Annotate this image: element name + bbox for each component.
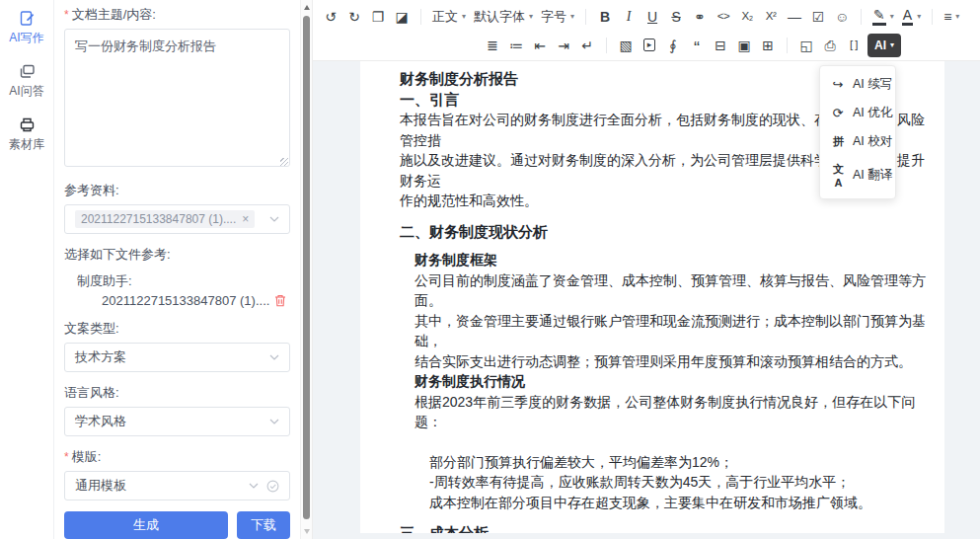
link-icon[interactable]: ⚭ bbox=[690, 5, 710, 29]
form-scrollbar[interactable] bbox=[300, 0, 313, 539]
undo-icon[interactable]: ↺ bbox=[321, 5, 340, 29]
italic-icon[interactable]: I bbox=[619, 5, 639, 29]
horizontal-rule-icon[interactable]: — bbox=[785, 5, 804, 29]
optimize-icon: ⟳ bbox=[830, 106, 846, 120]
outdent-icon[interactable]: ⇤ bbox=[530, 34, 550, 57]
generate-button[interactable]: 生成 bbox=[64, 511, 228, 539]
doc-heading: 三、成本分析 bbox=[400, 523, 935, 533]
reference-label: 参考资料: bbox=[64, 182, 290, 199]
bold-icon[interactable]: B bbox=[595, 5, 615, 29]
reference-tag: 2021122715133847807 (1).... × bbox=[75, 210, 255, 228]
bullet-list-icon[interactable]: ≣ bbox=[483, 34, 502, 57]
task-list-icon[interactable]: ☑ bbox=[808, 5, 828, 29]
paragraph-style-dropdown[interactable]: 正文▾ bbox=[430, 5, 468, 29]
strikethrough-icon[interactable]: S bbox=[666, 5, 686, 29]
align-icon[interactable]: ≡▾ bbox=[942, 5, 961, 29]
ordered-list-icon[interactable]: ≔ bbox=[506, 34, 526, 57]
topic-input[interactable]: 写一份财务制度分析报告 bbox=[64, 29, 290, 167]
check-circle-icon bbox=[266, 480, 279, 493]
menu-item-label: AI 优化 bbox=[853, 105, 892, 121]
inline-code-icon[interactable]: <> bbox=[714, 5, 733, 29]
toolbar-separator bbox=[606, 38, 607, 53]
toolbar-separator bbox=[420, 9, 421, 25]
download-button[interactable]: 下载 bbox=[237, 511, 290, 539]
menu-item-ai-translate[interactable]: 文AAI 翻译 bbox=[820, 156, 895, 194]
template-select[interactable]: 通用模板 bbox=[64, 471, 290, 500]
copy-type-select[interactable]: 技术方案 bbox=[64, 343, 290, 372]
attachment-icon[interactable]: ∮ bbox=[663, 34, 683, 57]
ai-writing-icon bbox=[19, 10, 36, 27]
doc-paragraph: 部分部门预算执行偏差较大，平均偏差率为12%； -周转效率有待提高，应收账款周转… bbox=[400, 452, 935, 513]
print-icon[interactable]: ⎙ bbox=[820, 34, 840, 57]
indent-icon[interactable]: ⇥ bbox=[554, 34, 573, 57]
doc-heading: 二、财务制度现状分析 bbox=[400, 222, 935, 243]
highlight-color-icon[interactable]: ✎▾ bbox=[870, 5, 896, 29]
menu-item-label: AI 翻译 bbox=[853, 167, 892, 184]
code-block-icon[interactable]: ▣ bbox=[734, 34, 754, 57]
template-label: *模版: bbox=[64, 448, 290, 466]
file-row: 2021122715133847807 (1).... bbox=[77, 293, 290, 308]
scroll-down-icon[interactable] bbox=[304, 529, 310, 534]
scroll-up-icon[interactable] bbox=[304, 5, 310, 10]
file-name: 2021122715133847807 (1).... bbox=[102, 293, 274, 308]
topic-label: *文档主题/内容: bbox=[64, 6, 290, 24]
required-asterisk: * bbox=[64, 450, 69, 464]
continue-writing-icon: ↪ bbox=[830, 77, 846, 92]
ai-dropdown-menu: ↪AI 续写⟳AI 优化拼AI 校对文AAI 翻译 bbox=[819, 65, 896, 199]
editor: ↺↻❐◪正文▾默认字体▾字号▾BIUS⚭<>X₂X²—☑☺✎▾A▾≡▾ ≣≔⇤⇥… bbox=[313, 0, 980, 539]
eraser-icon[interactable]: ◪ bbox=[392, 5, 412, 29]
underline-icon[interactable]: U bbox=[642, 5, 662, 29]
chevron-down-icon bbox=[269, 216, 279, 222]
font-family-dropdown[interactable]: 默认字体▾ bbox=[472, 5, 535, 29]
divider-icon[interactable]: ⊟ bbox=[711, 34, 730, 57]
font-color-icon[interactable]: A▾ bbox=[900, 5, 923, 29]
required-asterisk: * bbox=[64, 8, 69, 22]
fullscreen-icon[interactable]: [ ] bbox=[844, 34, 864, 57]
ai-qa-icon bbox=[19, 63, 36, 80]
doc-heading: 财务制度执行情况 bbox=[400, 371, 935, 392]
table-icon[interactable]: ⊞ bbox=[758, 34, 778, 57]
sidebar-item-ai-qa[interactable]: AI问答 bbox=[9, 63, 43, 100]
scrollbar-thumb[interactable] bbox=[303, 16, 310, 519]
delete-icon[interactable] bbox=[274, 294, 286, 307]
sidebar: AI写作 AI问答 素材库 bbox=[0, 0, 54, 539]
text-wrap-icon[interactable]: ↵ bbox=[577, 34, 597, 57]
translate-icon: 文A bbox=[830, 162, 846, 189]
copy-type-value: 技术方案 bbox=[75, 348, 269, 366]
template-value: 通用模板 bbox=[75, 477, 249, 495]
toolbar-separator bbox=[932, 9, 933, 25]
sidebar-item-label: AI问答 bbox=[9, 83, 43, 100]
chevron-down-icon bbox=[269, 354, 279, 360]
menu-item-label: AI 校对 bbox=[853, 133, 892, 150]
reference-select[interactable]: 2021122715133847807 (1).... × bbox=[64, 204, 290, 234]
material-library-icon bbox=[19, 116, 36, 133]
tag-close-icon[interactable]: × bbox=[242, 212, 249, 226]
sidebar-item-ai-writing[interactable]: AI写作 bbox=[9, 10, 43, 46]
menu-item-ai-continue[interactable]: ↪AI 续写 bbox=[820, 70, 895, 99]
menu-item-ai-proofread[interactable]: 拼AI 校对 bbox=[820, 127, 895, 156]
blockquote-icon[interactable]: “ bbox=[687, 34, 707, 57]
sidebar-item-material-library[interactable]: 素材库 bbox=[9, 116, 44, 153]
menu-item-ai-optimize[interactable]: ⟳AI 优化 bbox=[820, 99, 895, 127]
image-icon[interactable]: ▧ bbox=[616, 34, 636, 57]
style-label: 语言风格: bbox=[64, 384, 290, 402]
form-panel: *文档主题/内容: 写一份财务制度分析报告 参考资料: 202112271513… bbox=[54, 0, 300, 539]
file-ref-label: 选择如下文件参考: bbox=[64, 246, 290, 264]
subscript-icon[interactable]: X₂ bbox=[737, 5, 757, 29]
sidebar-item-label: AI写作 bbox=[9, 30, 43, 46]
font-size-dropdown[interactable]: 字号▾ bbox=[539, 5, 576, 29]
app: AI写作 AI问答 素材库 *文档主题/内容: bbox=[0, 0, 980, 539]
style-value: 学术风格 bbox=[75, 413, 269, 430]
mini-window-icon[interactable]: ◱ bbox=[796, 34, 816, 57]
menu-item-label: AI 续写 bbox=[853, 76, 892, 93]
emoji-icon[interactable]: ☺ bbox=[832, 5, 852, 29]
redo-icon[interactable]: ↻ bbox=[344, 5, 364, 29]
video-icon[interactable]: ▸ bbox=[640, 34, 659, 57]
superscript-icon[interactable]: X² bbox=[761, 5, 781, 29]
format-painter-icon[interactable]: ❐ bbox=[368, 5, 388, 29]
style-select[interactable]: 学术风格 bbox=[64, 407, 290, 436]
reference-tag-label: 2021122715133847807 (1).... bbox=[81, 212, 236, 226]
sidebar-item-label: 素材库 bbox=[9, 136, 44, 153]
ai-button[interactable]: AI▾ bbox=[867, 34, 901, 57]
doc-paragraph: 根据2023年前三季度的财务数据，公司整体财务制度执行情况良好，但存在以下问题： bbox=[400, 392, 935, 432]
